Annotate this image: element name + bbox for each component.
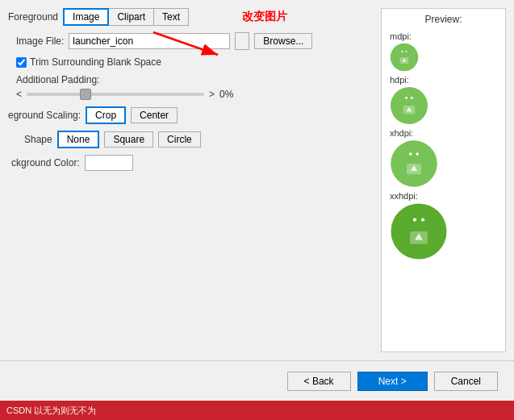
- slider-thumb[interactable]: [80, 89, 91, 100]
- svg-rect-46: [405, 174, 411, 184]
- svg-point-58: [408, 206, 412, 210]
- svg-point-27: [414, 89, 416, 90]
- xhdpi-label: xhdpi:: [390, 128, 413, 138]
- svg-point-38: [409, 152, 412, 156]
- svg-point-53: [407, 212, 431, 231]
- square-button[interactable]: Square: [104, 131, 153, 148]
- hdpi-label: hdpi:: [390, 75, 409, 85]
- xxhdpi-icon: [390, 202, 448, 260]
- preview-mdpi: mdpi:: [390, 31, 497, 72]
- back-button[interactable]: < Back: [287, 372, 351, 391]
- csdn-text: CSDN 以无为则无不为: [6, 405, 96, 417]
- content-area: Foreground Image Clipart Text Image File…: [0, 0, 514, 360]
- small-box: [235, 32, 249, 50]
- csdn-bar: CSDN 以无为则无不为: [0, 401, 514, 420]
- crop-button[interactable]: Crop: [86, 106, 126, 124]
- svg-rect-44: [392, 160, 398, 172]
- mdpi-label: mdpi:: [390, 31, 412, 41]
- center-button[interactable]: Center: [131, 107, 178, 123]
- none-button[interactable]: None: [57, 131, 100, 148]
- percent-label: 0%: [219, 89, 233, 100]
- left-panel: Foreground Image Clipart Text Image File…: [8, 8, 373, 352]
- xxhdpi-label: xxhdpi:: [390, 191, 418, 201]
- svg-point-6: [401, 51, 403, 52]
- next-button[interactable]: Next >: [357, 372, 428, 391]
- svg-rect-30: [402, 114, 407, 123]
- svg-rect-63: [422, 244, 429, 256]
- svg-point-21: [401, 93, 416, 105]
- shape-row: Shape None Square Circle: [24, 131, 373, 148]
- preview-hdpi: hdpi:: [390, 75, 497, 125]
- svg-point-54: [413, 218, 416, 221]
- svg-point-7: [405, 51, 407, 52]
- svg-point-42: [405, 143, 407, 145]
- image-file-label: Image File:: [16, 35, 64, 47]
- trim-checkbox[interactable]: [16, 57, 27, 68]
- svg-rect-60: [393, 228, 400, 242]
- svg-rect-31: [412, 114, 416, 123]
- svg-point-37: [404, 148, 424, 163]
- svg-rect-14: [399, 64, 403, 69]
- tab-text[interactable]: Text: [153, 8, 189, 26]
- preview-xhdpi: xhdpi:: [390, 128, 497, 188]
- svg-rect-47: [417, 174, 423, 184]
- svg-rect-45: [430, 160, 436, 172]
- annotation-text: 改变图片: [242, 10, 287, 24]
- tab-image[interactable]: Image: [63, 8, 109, 26]
- mdpi-icon: [390, 43, 419, 72]
- tab-clipart[interactable]: Clipart: [108, 8, 154, 26]
- circle-button[interactable]: Circle: [158, 131, 201, 148]
- svg-rect-15: [406, 64, 409, 69]
- right-arrow: >: [209, 89, 215, 100]
- trim-label: Trim Surrounding Blank Space: [30, 56, 161, 68]
- browse-button[interactable]: Browse...: [254, 33, 312, 49]
- svg-point-22: [405, 97, 407, 99]
- left-arrow: <: [16, 89, 22, 100]
- shape-label: Shape: [24, 134, 52, 145]
- preview-title: Preview:: [390, 14, 497, 25]
- svg-rect-28: [391, 103, 396, 113]
- xhdpi-icon: [390, 139, 438, 188]
- svg-point-10: [399, 44, 400, 46]
- color-box[interactable]: [85, 155, 133, 171]
- svg-rect-62: [408, 244, 416, 256]
- svg-point-26: [402, 89, 403, 90]
- preview-xxhdpi: xxhdpi:: [390, 191, 497, 260]
- svg-point-23: [411, 97, 413, 99]
- svg-point-43: [420, 143, 423, 145]
- svg-point-59: [427, 206, 430, 210]
- image-file-input[interactable]: [69, 33, 230, 49]
- slider-track[interactable]: [27, 93, 204, 96]
- svg-rect-61: [438, 228, 445, 242]
- svg-point-5: [399, 48, 410, 57]
- svg-point-39: [416, 152, 419, 156]
- foreground-row: Foreground Image Clipart Text: [8, 8, 373, 26]
- slider-row: < > 0%: [16, 89, 373, 100]
- tab-group: Image Clipart Text: [63, 8, 188, 26]
- cancel-button[interactable]: Cancel: [434, 372, 498, 391]
- right-panel: Preview: mdpi:: [381, 8, 506, 352]
- trim-row: Trim Surrounding Blank Space: [16, 56, 373, 68]
- foreground-label: Foreground: [8, 11, 58, 23]
- svg-point-11: [408, 44, 410, 46]
- svg-point-55: [421, 218, 424, 221]
- hdpi-icon: [390, 86, 428, 125]
- svg-rect-29: [422, 103, 427, 113]
- bg-color-row: ckground Color:: [11, 155, 373, 171]
- image-file-row: Image File: Browse... 改变图片: [16, 32, 373, 50]
- bg-color-label: ckground Color:: [11, 157, 80, 168]
- scaling-label: eground Scaling:: [8, 110, 81, 121]
- svg-rect-12: [391, 56, 395, 63]
- scaling-row: eground Scaling: Crop Center: [8, 106, 373, 124]
- svg-rect-13: [414, 56, 417, 63]
- bottom-bar: < Back Next > Cancel: [0, 360, 514, 401]
- padding-row: Additional Padding: < > 0%: [16, 74, 373, 100]
- main-container: Foreground Image Clipart Text Image File…: [0, 0, 514, 420]
- padding-label: Additional Padding:: [16, 74, 373, 85]
